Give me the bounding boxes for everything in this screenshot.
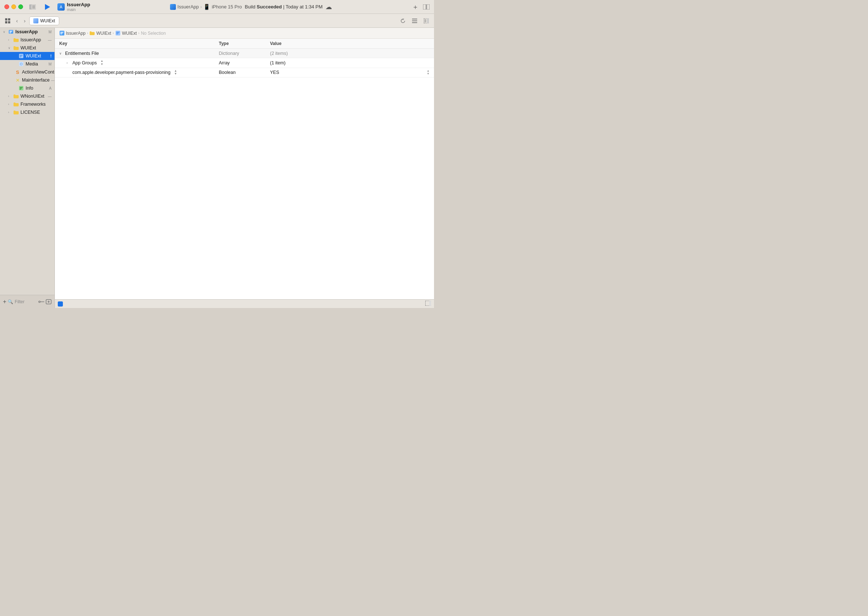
nav-forward-button[interactable]: › [22,16,28,25]
svg-point-29 [21,64,22,65]
plist-type-entitlements: Dictionary [219,51,270,56]
svg-rect-43 [60,34,62,35]
sidebar-label-license: LICENSE [20,110,40,115]
svg-rect-41 [60,32,64,33]
minimize-button[interactable] [11,5,16,9]
nav-back-button[interactable]: ‹ [14,16,20,25]
wuiext-tab[interactable]: WUIExt [29,16,59,25]
sidebar-item-license[interactable]: › LICENSE [0,108,55,116]
sidebar-label-wnonuiext: WNonUIExt [20,94,44,99]
filter-icon: 🔍 [8,299,13,304]
group-icon-frameworks [13,101,19,107]
sidebar-item-wuiext-file[interactable]: WUIExt ! [0,52,55,60]
badge-main: — [51,78,55,82]
sidebar-label-media: Media [26,61,38,67]
sidebar-item-issuerapp-root[interactable]: ∨ IssuerApp M [0,28,55,36]
sidebar-item-actionviewcontroller[interactable]: S ActionViewController A [0,68,55,76]
build-status-area: IssuerApp › 📱 iPhone 15 Pro Build Succee… [170,3,332,11]
app-name: IssuerApp [67,2,90,7]
plist-value-entitlements: (2 items) [270,51,430,56]
entitlements-icon [18,53,24,59]
breadcrumb-sep-3: › [138,31,139,35]
plist-row-payment-pass[interactable]: com.apple.developer.payment-pass-provisi… [55,68,434,78]
entitlements-expand-arrow[interactable]: ∨ [59,52,64,55]
layout-button[interactable] [423,3,429,11]
bc-project-icon [59,31,64,36]
scheme-selector[interactable]: IssuerApp › 📱 iPhone 15 Pro [170,4,242,10]
list-view-button[interactable] [410,17,419,25]
appgroups-stepper[interactable]: ▲▼ [100,60,103,66]
sidebar-item-info[interactable]: Info A [0,84,55,92]
sidebar-item-maininterface[interactable]: ✕ MainInterface — [0,76,55,84]
tab-label: WUIExt [40,18,55,24]
svg-point-34 [39,301,40,303]
nav-forward-icon: › [24,17,26,24]
expand-arrow-license: › [8,110,12,114]
appgroups-expand-arrow[interactable]: › [67,61,71,65]
device-icon: 📱 [203,4,210,10]
inspector-toggle-button[interactable] [421,17,431,25]
svg-rect-33 [20,89,21,90]
breadcrumb-wuiext-folder[interactable]: WUIExt [89,31,111,36]
plist-icon [18,85,24,91]
breadcrumb: IssuerApp › WUIExt › [55,28,434,39]
plist-row-entitlements[interactable]: ∨ Entitlements File Dictionary (2 items) [55,49,434,58]
fullscreen-button[interactable] [18,5,23,9]
entitlements-key-label: Entitlements File [65,51,99,56]
traffic-lights [5,5,23,9]
plist-key-appgroups: › App Groups ▲▼ [59,60,219,66]
breadcrumb-wuiext-file[interactable]: WUIExt [115,31,137,36]
tab-bar: WUIExt [29,16,397,25]
sidebar-item-issuerapp-group[interactable]: › IssuerApp — [0,36,55,44]
app-info: A IssuerApp main [57,2,90,12]
sidebar-item-wuiext-group[interactable]: ∨ WUIExt [0,44,55,52]
svg-rect-20 [9,31,13,31]
status-dot [58,302,63,306]
payment-stepper[interactable]: ▲▼ [174,69,177,76]
value-stepper-payment[interactable]: ▲▼ [427,69,429,76]
bc-folder-icon [89,31,95,36]
svg-rect-12 [412,20,417,21]
breadcrumb-sep-1: › [87,31,88,35]
sidebar-options-button[interactable] [38,299,44,304]
toolbar-right [398,17,431,25]
svg-rect-31 [20,87,23,88]
badge-wnonuiext: — [48,94,52,98]
bottom-bar-right [425,301,431,307]
add-button[interactable]: ＋ [412,3,418,11]
plist-editor: Key Type Value ∨ Entitlements File Dicti… [55,39,434,299]
add-file-button[interactable]: + [3,299,6,305]
refresh-button[interactable] [398,17,408,25]
plist-row-appgroups[interactable]: › App Groups ▲▼ Array (1 item) [55,58,434,68]
sidebar-label-frameworks: Frameworks [20,102,46,107]
sidebar-toggle-button[interactable] [29,3,36,11]
expand-arrow-frameworks: › [8,102,12,106]
sidebar-label-wuiext-file: WUIExt [26,53,41,58]
close-button[interactable] [5,5,9,9]
sidebar-label-issuerapp-group: IssuerApp [20,37,41,42]
toolbar: ‹ › WUIExt [0,14,434,28]
plist-value-appgroups: (1 item) [270,60,430,66]
tab-file-icon [33,18,38,24]
project-icon [8,29,14,35]
svg-rect-47 [116,34,118,35]
svg-rect-25 [20,56,22,57]
svg-rect-13 [412,22,417,23]
sidebar-item-media[interactable]: Media M [0,60,55,68]
sidebar-item-wnonuiext[interactable]: › WNonUIExt — [0,92,55,100]
inspector-panel-button[interactable] [425,301,431,307]
scheme-name: IssuerApp [177,4,199,9]
svg-rect-32 [20,88,22,89]
svg-rect-24 [20,55,23,56]
sidebar-item-frameworks[interactable]: › Frameworks [0,100,55,108]
badge-issuerapp-group: — [48,38,52,42]
run-button[interactable] [44,3,52,11]
sidebar-add-panel-button[interactable] [46,299,52,304]
expand-arrow-issuerapp-group: › [8,38,12,42]
filter-label: Filter [15,299,25,304]
grid-view-button[interactable] [3,17,13,25]
breadcrumb-issuerapp[interactable]: IssuerApp [59,31,86,36]
filter-container: 🔍 Filter [8,299,37,304]
plist-key-payment: com.apple.developer.payment-pass-provisi… [59,69,219,76]
sidebar-label-issuerapp-root: IssuerApp [16,29,38,35]
